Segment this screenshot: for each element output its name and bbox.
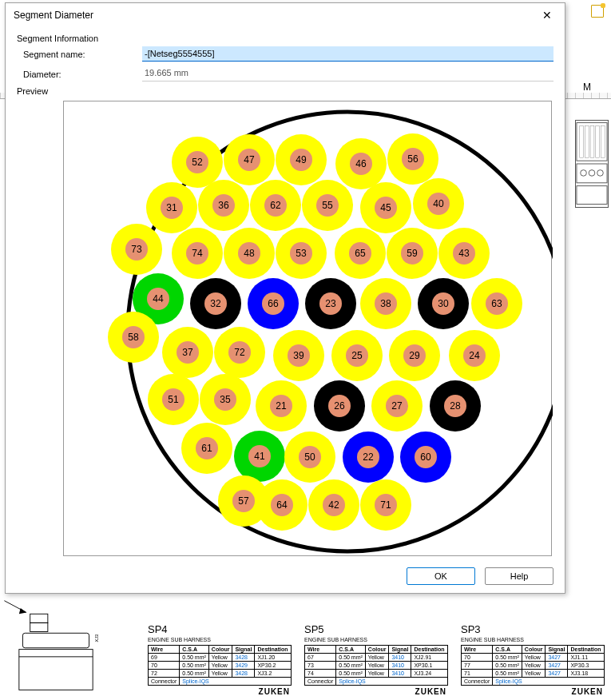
svg-text:47: 47 [244,154,255,165]
wire-51: 51 [148,374,199,425]
svg-text:37: 37 [182,347,193,358]
svg-rect-2 [585,125,589,157]
segment-name-label: Segment name: [17,50,142,59]
svg-text:42: 42 [328,499,339,511]
svg-text:31: 31 [166,202,177,213]
segment-name-input[interactable] [142,46,553,62]
svg-text:38: 38 [380,298,391,309]
svg-rect-1 [580,125,584,157]
wire-60: 60 [400,432,451,483]
wire-58: 58 [108,312,159,363]
svg-text:21: 21 [276,400,287,412]
svg-text:43: 43 [458,248,470,259]
svg-text:60: 60 [420,451,431,463]
wire-55: 55 [302,180,353,231]
preview-label: Preview [17,86,553,96]
sp-table: Wire C.S.A Colour Signal Destination 690… [148,645,292,686]
svg-text:51: 51 [168,394,179,405]
svg-text:64: 64 [276,499,288,511]
wire-23: 23 [305,278,356,329]
svg-text:74: 74 [192,248,203,259]
new-document-icon[interactable] [591,5,604,18]
wire-42: 42 [308,479,359,531]
svg-text:52: 52 [192,157,203,168]
wire-29: 29 [389,330,440,381]
svg-text:62: 62 [270,200,281,211]
wire-40: 40 [413,178,464,229]
svg-text:XJ3: XJ3 [94,634,99,642]
wire-30: 30 [418,278,469,329]
close-icon: ✕ [542,9,552,22]
wire-73: 73 [111,224,162,275]
sp-title: SP4 [148,623,290,635]
svg-text:28: 28 [450,400,461,412]
svg-text:40: 40 [433,198,444,209]
wire-66: 66 [248,278,299,329]
wire-21: 21 [256,380,307,432]
svg-text:23: 23 [325,298,336,309]
wire-25: 25 [331,330,383,381]
segment-info-label: Segment Information [17,34,553,43]
wire-38: 38 [360,278,411,329]
svg-text:46: 46 [355,158,367,169]
svg-text:30: 30 [438,298,449,309]
crosssection-chart: 5247494656313662554540737448536559434432… [64,101,553,557]
close-button[interactable]: ✕ [530,3,565,27]
wire-48: 48 [224,228,275,279]
wire-43: 43 [438,228,490,279]
svg-rect-4 [596,125,600,157]
svg-text:48: 48 [244,248,255,259]
wire-74: 74 [172,228,223,279]
help-button[interactable]: Help [485,567,553,585]
wire-24: 24 [449,330,500,381]
svg-text:35: 35 [220,394,231,405]
svg-text:45: 45 [380,202,391,213]
sp-subtitle: ENGINE SUB HARNESS [148,637,290,642]
wire-61: 61 [181,423,232,474]
svg-text:56: 56 [407,153,419,165]
ok-button[interactable]: OK [407,567,475,585]
wire-47: 47 [224,134,275,185]
svg-text:26: 26 [334,400,345,412]
wire-28: 28 [430,380,481,432]
wire-63: 63 [471,278,522,329]
svg-text:36: 36 [218,200,229,211]
svg-rect-15 [22,633,89,647]
sp3-block: SP3 ENGINE SUB HARNESS WireC.S.AColourSi… [461,623,603,696]
svg-rect-14 [30,622,48,631]
svg-rect-6 [577,164,607,183]
svg-text:22: 22 [363,451,374,463]
wire-64: 64 [256,479,307,531]
svg-rect-16 [19,650,93,690]
svg-rect-5 [601,125,605,157]
svg-text:66: 66 [268,298,279,309]
sp-tables-area: SP4 ENGINE SUB HARNESS Wire C.S.A Colour… [148,623,611,696]
svg-text:44: 44 [153,293,164,304]
wire-31: 31 [146,182,197,233]
zuken-logo: ZUKEN [148,687,290,696]
svg-text:53: 53 [296,248,307,259]
svg-text:24: 24 [469,350,480,361]
wire-46: 46 [335,138,387,189]
svg-text:41: 41 [254,451,265,462]
svg-text:73: 73 [131,244,142,255]
titlebar[interactable]: Segment Diameter ✕ [6,3,565,27]
wire-41: 41 [234,431,285,482]
wire-22: 22 [343,432,394,483]
wire-39: 39 [273,330,324,381]
wire-71: 71 [360,479,411,531]
svg-text:59: 59 [407,248,418,259]
preview-box: 5247494656313662554540737448536559434432… [63,101,552,556]
svg-text:55: 55 [322,200,333,211]
wire-52: 52 [172,137,223,188]
wire-59: 59 [387,228,438,279]
svg-rect-13 [30,614,48,622]
sp4-block: SP4 ENGINE SUB HARNESS Wire C.S.A Colour… [148,623,290,696]
svg-text:49: 49 [296,154,307,165]
svg-text:25: 25 [351,350,363,361]
svg-text:39: 39 [293,350,304,361]
svg-text:61: 61 [201,443,212,454]
svg-text:29: 29 [409,350,420,361]
svg-text:72: 72 [234,347,245,358]
wire-62: 62 [250,180,301,231]
